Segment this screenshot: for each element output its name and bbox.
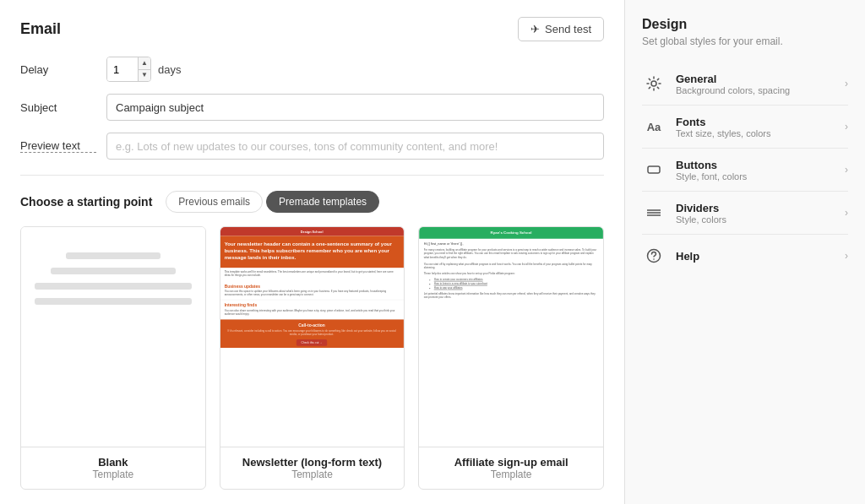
fonts-text: Fonts Text size, styles, colors xyxy=(676,116,835,138)
sidebar-item-help[interactable]: Help › xyxy=(642,235,848,277)
preview-text-input[interactable] xyxy=(106,133,604,160)
sidebar-title: Design xyxy=(642,17,848,32)
affiliate-preview-container: Ryan's Cooking School Hi {{ first_name o… xyxy=(419,227,603,447)
main-content: Email ✈ Send test Delay ▲ ▼ days Subject… xyxy=(0,0,624,504)
dividers-label: Dividers xyxy=(676,202,835,214)
preview-label: Preview text xyxy=(20,139,96,153)
af-link-1: How to create your customers into affili… xyxy=(434,278,599,280)
buttons-text: Buttons Style, font, colors xyxy=(676,159,835,182)
templates-grid: Blank Template Design School Your newsle… xyxy=(20,226,604,490)
general-label: General xyxy=(676,73,835,85)
fonts-chevron-icon: › xyxy=(845,121,848,133)
buttons-chevron-icon: › xyxy=(845,164,848,176)
af-link-2: How to bring in a new affiliate to your … xyxy=(434,282,599,285)
sidebar-item-buttons[interactable]: Buttons Style, font, colors › xyxy=(642,149,848,192)
af-links: How to create your customers into affili… xyxy=(429,278,598,289)
af-link-3: How to pay your affiliates xyxy=(434,286,599,289)
blank-card-name: Blank xyxy=(30,456,197,469)
blank-card-label: Blank Template xyxy=(21,447,205,489)
af-body: Hi {{ first_name or 'there' }}, For many… xyxy=(419,239,603,306)
subject-input[interactable] xyxy=(106,94,604,121)
svg-rect-1 xyxy=(648,166,660,173)
delay-input-wrap: ▲ ▼ days xyxy=(106,57,181,82)
tab-previous-emails[interactable]: Previous emails xyxy=(166,191,263,213)
blank-line-2 xyxy=(51,268,177,274)
general-desc: Background colors, spacing xyxy=(676,85,835,95)
fonts-label: Fonts xyxy=(676,116,835,128)
buttons-desc: Style, font, colors xyxy=(676,171,835,182)
sidebar-item-dividers[interactable]: Dividers Style, colors › xyxy=(642,192,848,235)
help-label: Help xyxy=(676,250,835,263)
delay-number-input[interactable]: ▲ ▼ xyxy=(106,57,151,82)
send-icon: ✈ xyxy=(530,23,540,35)
general-text: General Background colors, spacing xyxy=(676,73,835,95)
section-divider xyxy=(20,175,604,176)
nl-section-1: Business updates You can use this space … xyxy=(220,281,405,301)
preview-text-row: Preview text xyxy=(20,133,604,160)
af-header: Ryan's Cooking School xyxy=(419,227,603,239)
newsletter-card-label: Newsletter (long-form text) Template xyxy=(220,447,405,489)
subject-label: Subject xyxy=(20,101,96,114)
starting-point-title: Choose a starting point xyxy=(20,195,152,209)
help-chevron-icon: › xyxy=(845,250,848,262)
delay-increment[interactable]: ▲ xyxy=(139,57,150,70)
tab-group: Previous emails Premade templates xyxy=(166,191,379,213)
template-card-blank[interactable]: Blank Template xyxy=(20,226,206,490)
affiliate-card-label: Affiliate sign-up email Template xyxy=(419,447,603,489)
delay-decrement[interactable]: ▼ xyxy=(139,70,150,82)
general-chevron-icon: › xyxy=(845,78,848,89)
affiliate-card-name: Affiliate sign-up email xyxy=(427,456,595,469)
subject-row: Subject xyxy=(20,94,604,121)
sidebar: Design Set global styles for your email.… xyxy=(624,0,865,504)
sidebar-item-fonts[interactable]: Aa Fonts Text size, styles, colors › xyxy=(642,106,848,149)
blank-line-4 xyxy=(35,298,192,305)
page-title: Email xyxy=(20,20,61,38)
delay-value-input[interactable] xyxy=(107,57,138,81)
buttons-icon xyxy=(642,158,666,182)
nl-header: Design School xyxy=(220,227,405,236)
nl-cta-area: This template works well for email newsl… xyxy=(220,268,405,280)
delay-label: Delay xyxy=(20,63,96,76)
svg-point-6 xyxy=(653,258,655,260)
svg-point-0 xyxy=(651,81,656,86)
sidebar-subtitle: Set global styles for your email. xyxy=(642,35,848,47)
delay-row: Delay ▲ ▼ days xyxy=(20,57,604,82)
buttons-label: Buttons xyxy=(676,159,835,171)
template-card-affiliate[interactable]: Ryan's Cooking School Hi {{ first_name o… xyxy=(418,226,604,490)
help-text: Help xyxy=(676,250,835,263)
newsletter-preview: Design School Your newsletter header can… xyxy=(220,227,405,348)
nl-cta-btn: Check this out → xyxy=(296,339,327,346)
blank-preview xyxy=(21,227,205,447)
delay-spinners: ▲ ▼ xyxy=(138,57,150,81)
nl-section-2: Interesting finds You can also share som… xyxy=(220,300,405,319)
blank-line-3 xyxy=(35,283,192,290)
help-icon xyxy=(642,244,666,268)
dividers-text: Dividers Style, colors xyxy=(676,202,835,225)
nl-big-title: Your newsletter header can contain a one… xyxy=(225,241,400,261)
fonts-icon: Aa xyxy=(642,115,666,138)
blank-line-1 xyxy=(66,252,160,259)
template-card-newsletter[interactable]: Design School Your newsletter header can… xyxy=(220,226,405,490)
general-icon xyxy=(642,72,666,95)
newsletter-card-type: Template xyxy=(229,469,396,480)
newsletter-card-name: Newsletter (long-form text) xyxy=(229,456,396,469)
affiliate-card-type: Template xyxy=(427,469,595,480)
dividers-icon xyxy=(642,201,666,225)
newsletter-preview-container: Design School Your newsletter header can… xyxy=(220,227,405,447)
sidebar-item-general[interactable]: General Background colors, spacing › xyxy=(642,62,848,106)
dividers-chevron-icon: › xyxy=(845,207,848,219)
dividers-desc: Style, colors xyxy=(676,214,835,225)
tab-premade-templates[interactable]: Premade templates xyxy=(266,191,379,213)
email-header: Email ✈ Send test xyxy=(20,17,604,41)
starting-point-header: Choose a starting point Previous emails … xyxy=(20,191,604,213)
delay-unit: days xyxy=(158,63,181,76)
nl-cta-section: Call-to-action If it's relevant, conside… xyxy=(220,319,405,348)
send-test-button[interactable]: ✈ Send test xyxy=(518,17,604,41)
affiliate-preview: Ryan's Cooking School Hi {{ first_name o… xyxy=(419,227,603,348)
nl-orange: Your newsletter header can contain a one… xyxy=(220,236,405,268)
blank-card-type: Template xyxy=(30,469,197,480)
fonts-desc: Text size, styles, colors xyxy=(676,128,835,138)
